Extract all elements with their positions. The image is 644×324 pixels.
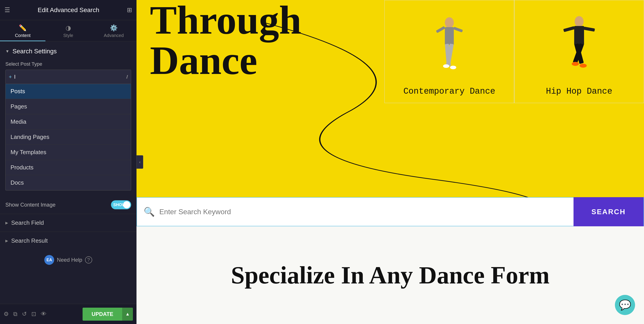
search-settings-content: Select Post Type + 𝐼 Posts Pages Media L… <box>0 61 136 196</box>
search-bar-section: 🔍 SEARCH <box>136 197 644 226</box>
chat-bubble[interactable]: 💬 <box>615 295 635 315</box>
toggle-knob <box>123 201 130 208</box>
help-row: EA Need Help ? <box>0 250 136 270</box>
svg-rect-1 <box>445 27 454 45</box>
tab-advanced[interactable]: ⚙️ Advanced <box>91 20 136 41</box>
svg-point-7 <box>450 66 456 69</box>
layers-icon[interactable]: ⧉ <box>13 310 18 317</box>
panel-title: Edit Advanced Search <box>38 7 99 14</box>
main-content: ThroughDance <box>136 0 644 324</box>
lower-section: Specialize In Any Dance Form <box>136 226 644 324</box>
dropdown-item-posts[interactable]: Posts <box>6 84 131 99</box>
need-help-text[interactable]: Need Help <box>57 257 82 263</box>
toggle-row: Show Content Image SHOW <box>0 196 136 214</box>
dropdown-item-media[interactable]: Media <box>6 114 131 129</box>
chat-bubble-icon: 💬 <box>619 299 631 311</box>
dropdown-item-my-templates[interactable]: My Templates <box>6 145 131 160</box>
tab-content[interactable]: ✏️ Content <box>0 20 46 41</box>
bottom-bar: ⚙ ⧉ ↺ ⊡ 👁 UPDATE ▲ <box>0 304 136 324</box>
preview-icon[interactable]: 👁 <box>41 310 46 317</box>
post-type-select-wrapper[interactable]: + 𝐼 <box>5 70 131 84</box>
search-settings-header[interactable]: ▼ Search Settings <box>0 42 136 61</box>
dropdown-item-landing-pages[interactable]: Landing Pages <box>6 129 131 145</box>
settings-icon[interactable]: ⚙ <box>4 310 9 317</box>
grid-icon[interactable]: ⊞ <box>127 6 132 14</box>
help-question-icon[interactable]: ? <box>85 256 92 263</box>
show-content-image-toggle[interactable]: SHOW <box>111 200 131 209</box>
bottom-icons: ⚙ ⧉ ↺ ⊡ 👁 <box>4 310 46 317</box>
hero-section: ThroughDance <box>136 0 644 197</box>
section-collapse-arrow: ▼ <box>5 49 10 54</box>
top-bar: ☰ Edit Advanced Search ⊞ <box>0 0 136 20</box>
svg-rect-13 <box>583 27 595 32</box>
dropdown-item-docs[interactable]: Docs <box>6 175 131 190</box>
post-type-label: Select Post Type <box>5 61 131 67</box>
search-field-title: Search Field <box>11 219 44 226</box>
hiphop-dance-card: Hip Hop Dance <box>514 0 644 103</box>
post-type-dropdown: Posts Pages Media Landing Pages My Templ… <box>5 84 131 191</box>
update-dropdown-button[interactable]: ▲ <box>122 308 133 321</box>
svg-rect-4 <box>436 26 445 33</box>
post-type-input[interactable] <box>14 74 126 80</box>
svg-point-15 <box>580 64 587 68</box>
history-icon[interactable]: ↺ <box>22 310 27 317</box>
dropdown-item-products[interactable]: Products <box>6 160 131 175</box>
search-keyword-input[interactable] <box>159 208 567 216</box>
search-field-section: ▶ Search Field <box>0 214 136 232</box>
tab-style[interactable]: ◑ Style <box>46 20 91 41</box>
search-button[interactable]: SEARCH <box>574 197 644 226</box>
search-result-arrow: ▶ <box>5 239 8 243</box>
style-icon: ◑ <box>66 24 71 32</box>
svg-rect-12 <box>563 26 575 32</box>
panel-body: ▼ Search Settings Select Post Type + 𝐼 P… <box>0 42 136 304</box>
search-bar-inner: 🔍 <box>137 207 574 217</box>
hero-title: ThroughDance <box>150 0 302 81</box>
hamburger-icon[interactable]: ☰ <box>4 6 10 14</box>
search-result-title: Search Result <box>11 237 48 244</box>
hiphop-dance-label: Hip Hop Dance <box>546 86 612 96</box>
advanced-icon: ⚙️ <box>110 24 118 32</box>
dance-cards: Contemporary Dance <box>384 0 644 103</box>
template-icon[interactable]: ⊡ <box>31 310 36 317</box>
left-panel: ☰ Edit Advanced Search ⊞ ✏️ Content ◑ St… <box>0 0 136 324</box>
svg-point-6 <box>443 64 449 68</box>
contemporary-dance-card: Contemporary Dance <box>384 0 514 103</box>
ea-badge: EA <box>44 255 54 265</box>
search-settings-title: Search Settings <box>12 48 57 55</box>
contemporary-dancer-image <box>385 0 514 81</box>
search-result-header[interactable]: ▶ Search Result <box>0 232 136 250</box>
search-field-arrow: ▶ <box>5 221 8 225</box>
svg-rect-9 <box>574 26 584 45</box>
lower-title: Specialize In Any Dance Form <box>231 261 550 289</box>
update-button-group: UPDATE ▲ <box>82 308 133 321</box>
svg-rect-5 <box>453 27 463 33</box>
content-icon: ✏️ <box>19 24 27 32</box>
hiphop-dancer-image <box>514 0 644 81</box>
panel-collapse-button[interactable]: ‹ <box>136 155 143 169</box>
svg-point-8 <box>575 16 584 27</box>
search-magnifier-icon: 🔍 <box>144 207 155 217</box>
search-result-section: ▶ Search Result <box>0 232 136 250</box>
plus-icon[interactable]: + <box>9 74 12 80</box>
cursor-icon: 𝐼 <box>126 74 128 80</box>
update-button[interactable]: UPDATE <box>82 308 122 321</box>
contemporary-dance-label: Contemporary Dance <box>404 86 495 96</box>
tab-bar: ✏️ Content ◑ Style ⚙️ Advanced <box>0 20 136 42</box>
toggle-label: Show Content Image <box>5 202 56 208</box>
search-field-header[interactable]: ▶ Search Field <box>0 214 136 232</box>
dropdown-item-pages[interactable]: Pages <box>6 99 131 114</box>
svg-point-14 <box>572 62 579 66</box>
svg-point-0 <box>445 17 454 28</box>
